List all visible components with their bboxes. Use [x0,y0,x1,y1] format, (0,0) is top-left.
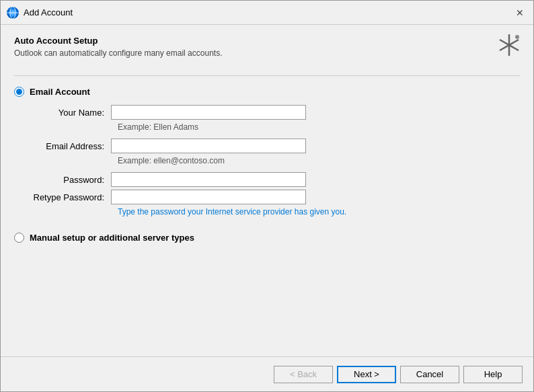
password-row: Password: [30,172,520,187]
manual-setup-section: Manual setup or additional server types [14,233,520,243]
password-label: Password: [30,175,111,185]
email-account-radio-label[interactable]: Email Account [14,87,520,97]
email-address-row: Email Address: [30,139,520,153]
retype-password-input[interactable] [111,190,306,204]
separator [14,75,520,76]
your-name-label: Your Name: [30,108,111,118]
auto-account-description: Outlook can automatically configure many… [14,48,223,58]
help-button[interactable]: Help [463,366,523,383]
auto-account-heading: Auto Account Setup [14,36,223,46]
form-area: Your Name: Example: Ellen Adams Email Ad… [30,105,520,217]
dialog-title: Add Account [24,7,512,17]
your-name-input[interactable] [111,105,306,120]
auto-account-text: Auto Account Setup Outlook can automatic… [14,36,223,58]
svg-point-8 [515,35,519,39]
back-button[interactable]: < Back [274,366,333,383]
email-account-radio[interactable] [14,87,24,97]
password-hint: Type the password your Internet service … [118,207,520,217]
email-account-section: Email Account [14,87,520,97]
close-button[interactable]: ✕ [512,5,528,21]
email-address-input[interactable] [111,139,306,153]
manual-setup-radio[interactable] [14,233,24,243]
cursor-icon [498,33,520,62]
app-icon [6,6,20,19]
retype-password-row: Retype Password: [30,190,520,204]
auto-account-section: Auto Account Setup Outlook can automatic… [14,36,520,62]
email-address-hint: Example: ellen@contoso.com [118,156,520,165]
cancel-button[interactable]: Cancel [400,366,459,383]
next-button[interactable]: Next > [337,366,396,383]
manual-setup-label[interactable]: Manual setup or additional server types [30,233,194,243]
retype-password-label: Retype Password: [30,192,111,202]
password-input[interactable] [111,172,306,187]
bottom-bar: < Back Next > Cancel Help [1,356,533,391]
email-address-label: Email Address: [30,141,111,151]
dialog-window: Add Account ✕ Auto Account Setup Outlook… [0,0,534,392]
email-account-label: Email Account [30,87,90,97]
your-name-row: Your Name: [30,105,520,120]
your-name-hint: Example: Ellen Adams [118,122,520,132]
content-area: Auto Account Setup Outlook can automatic… [1,25,533,356]
title-bar: Add Account ✕ [1,1,533,25]
